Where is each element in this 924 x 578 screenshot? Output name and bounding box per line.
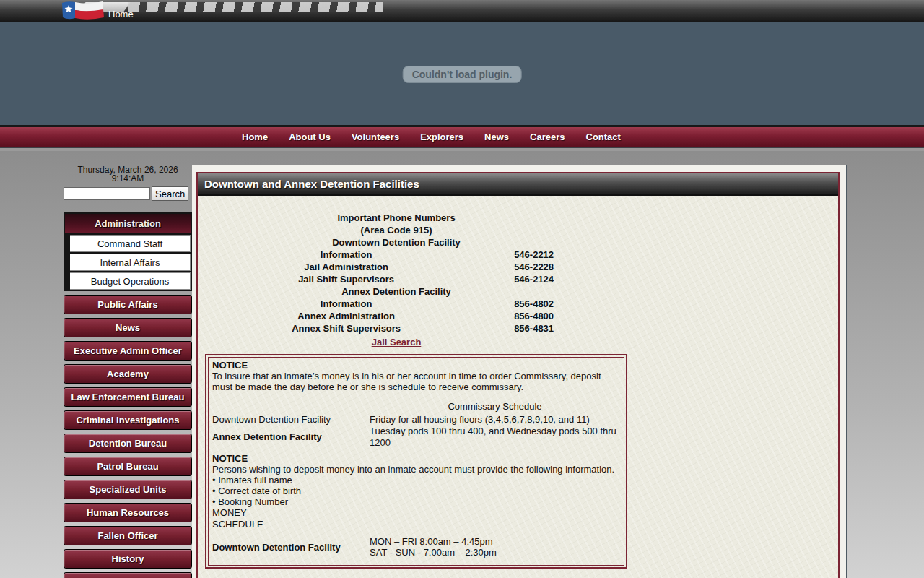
main-content-box: Downtown and Annex Detention Facilities … (196, 172, 840, 578)
top-home-link[interactable]: Home (108, 9, 134, 20)
phone-heading: Important Phone Numbers (209, 212, 584, 224)
schedule-label: SCHEDULE (212, 519, 620, 530)
table-row: Downtown Detention Facility Friday for a… (212, 414, 620, 426)
area-code-heading: (Area Code 915) (209, 224, 584, 236)
notice-title: NOTICE (212, 360, 620, 371)
table-row: Annex Shift Supervisors 856-4831 (209, 322, 584, 335)
money-label: MONEY (212, 507, 620, 519)
sidebar-item-history[interactable]: History (64, 549, 192, 569)
notice-text: Persons wishing to deposit money into an… (212, 464, 620, 475)
sidebar: Thursday, March 26, 2026 9:14:AM Search … (64, 165, 192, 578)
sub-item-label: Budget Operations (70, 272, 191, 290)
page-title: Downtown and Annex Detention Facilities (204, 178, 419, 190)
sidebar-item-public-affairs[interactable]: Public Affairs (64, 295, 192, 314)
sidebar-group-administration: Administration Command Staff Internal Af… (64, 212, 192, 291)
nav-item-news[interactable]: News (484, 131, 509, 142)
facility-name: Annex Detention Facility (212, 426, 370, 449)
jail-search-row: Jail Search (209, 335, 584, 348)
sidebar-item-budget-operations[interactable]: Budget Operations (65, 271, 191, 290)
top-utility-bar: Home (0, 0, 924, 22)
page-content: Important Phone Numbers (Area Code 915) … (198, 196, 838, 569)
table-row: Annex Administration 856-4800 (209, 310, 584, 322)
facility-name: Downtown Detention Facility (212, 414, 370, 426)
sub-item-strip (65, 254, 70, 271)
sidebar-item-helpful-numbers[interactable]: Helpful Numbers (64, 572, 192, 578)
nav-item-about-us[interactable]: About Us (289, 131, 331, 142)
commissary-schedule-heading: Commissary Schedule (370, 401, 620, 414)
money-hours-table: Downtown Detention Facility MON – FRI 8:… (212, 536, 620, 558)
main-navbar: Home About Us Volunteers Explorers News … (0, 125, 924, 148)
sidebar-item-news[interactable]: News (64, 318, 192, 337)
nav-item-explorers[interactable]: Explorers (420, 131, 463, 142)
phone-numbers-table: Important Phone Numbers (Area Code 915) … (209, 212, 584, 335)
commissary-schedule-table: Commissary Schedule Downtown Detention F… (212, 401, 620, 449)
sidebar-item-internal-affairs[interactable]: Internal Affairs (65, 252, 191, 271)
sidebar-item-criminal-investigations[interactable]: Criminal Investigations (64, 410, 192, 430)
notice-text: To insure that an inmate’s money is in h… (212, 371, 620, 392)
phone-label: Information (209, 298, 484, 310)
phone-label: Information (209, 249, 484, 261)
sub-item-strip (65, 235, 70, 252)
table-row: Jail Shift Supervisors 546-2124 (209, 273, 584, 285)
page-background: Thursday, March 26, 2026 9:14:AM Search … (0, 151, 924, 578)
annex-facility-heading: Annex Detention Facility (209, 285, 584, 298)
main-area: Downtown and Annex Detention Facilities … (192, 165, 847, 578)
table-row: Jail Administration 546-2228 (209, 261, 584, 273)
notice-title: NOTICE (212, 453, 620, 464)
sidebar-item-administration[interactable]: Administration (65, 214, 191, 233)
sub-item-label: Command Staff (70, 235, 191, 252)
page-title-bar: Downtown and Annex Detention Facilities (198, 173, 838, 196)
stripe-decoration-slashes (128, 2, 383, 12)
table-row: Downtown Detention Facility MON – FRI 8:… (212, 536, 620, 558)
hours-weekday: MON – FRI 8:00am – 4:45pm (370, 536, 620, 547)
phone-label: Jail Shift Supervisors (209, 273, 484, 285)
search-bar: Search (64, 186, 192, 201)
phone-number: 856-4800 (484, 310, 584, 322)
sidebar-item-command-staff[interactable]: Command Staff (65, 233, 191, 252)
sidebar-item-detention-bureau[interactable]: Detention Bureau (64, 434, 192, 453)
sidebar-item-specialized-units[interactable]: Specialized Units (64, 480, 192, 499)
sidebar-item-law-enforcement-bureau[interactable]: Law Enforcement Bureau (64, 387, 192, 407)
nav-item-contact[interactable]: Contact (586, 131, 621, 142)
bullet-item: • Booking Number (212, 496, 620, 507)
phone-number: 546-2212 (484, 249, 584, 261)
phone-label: Annex Administration (209, 310, 484, 322)
phone-number: 856-4802 (484, 298, 584, 310)
header-banner: Couldn't load plugin. (0, 22, 924, 125)
hours-weekend: SAT - SUN - 7:00am – 2:30pm (370, 547, 620, 558)
notice-box-inner: NOTICE To insure that an inmate’s money … (208, 357, 624, 566)
jail-search-link[interactable]: Jail Search (372, 337, 422, 348)
bullet-item: • Inmates full name (212, 475, 620, 486)
sub-item-strip (65, 272, 70, 290)
search-button[interactable]: Search (152, 186, 188, 201)
table-row: Information 856-4802 (209, 298, 584, 310)
phone-label: Annex Shift Supervisors (209, 322, 484, 335)
nav-item-home[interactable]: Home (242, 131, 268, 142)
texas-flag-icon (61, 1, 105, 20)
sidebar-item-academy[interactable]: Academy (64, 364, 192, 384)
plugin-error-message: Couldn't load plugin. (403, 66, 522, 83)
facility-schedule: Tuesday pods 100 thru 400, and Wednesday… (370, 426, 620, 449)
phone-number: 546-2124 (484, 273, 584, 285)
sidebar-menu: Administration Command Staff Internal Af… (64, 212, 192, 578)
downtown-facility-heading: Downtown Detention Facility (209, 236, 584, 249)
nav-item-volunteers[interactable]: Volunteers (352, 131, 399, 142)
notice-box: NOTICE To insure that an inmate’s money … (205, 354, 627, 569)
phone-number: 856-4831 (484, 322, 584, 335)
sidebar-item-patrol-bureau[interactable]: Patrol Bureau (64, 457, 192, 476)
sidebar-item-human-resources[interactable]: Human Resources (64, 503, 192, 522)
phone-number: 546-2228 (484, 261, 584, 273)
bullet-item: • Correct date of birth (212, 486, 620, 496)
nav-item-careers[interactable]: Careers (530, 131, 565, 142)
phone-label: Jail Administration (209, 261, 484, 273)
facility-name: Downtown Detention Facility (212, 536, 370, 558)
sidebar-item-executive-admin-officer[interactable]: Executive Admin Officer (64, 341, 192, 361)
search-input[interactable] (64, 187, 150, 200)
sidebar-item-fallen-officer[interactable]: Fallen Officer (64, 526, 192, 545)
facility-hours: MON – FRI 8:00am – 4:45pm SAT - SUN - 7:… (370, 536, 620, 558)
sub-item-label: Internal Affairs (70, 254, 191, 271)
facility-schedule: Friday for all housing floors (3,4,5,6,7… (370, 414, 620, 426)
table-row: Information 546-2212 (209, 249, 584, 261)
current-time: 9:14:AM (64, 174, 192, 183)
table-row: Annex Detention Facility Tuesday pods 10… (212, 426, 620, 449)
